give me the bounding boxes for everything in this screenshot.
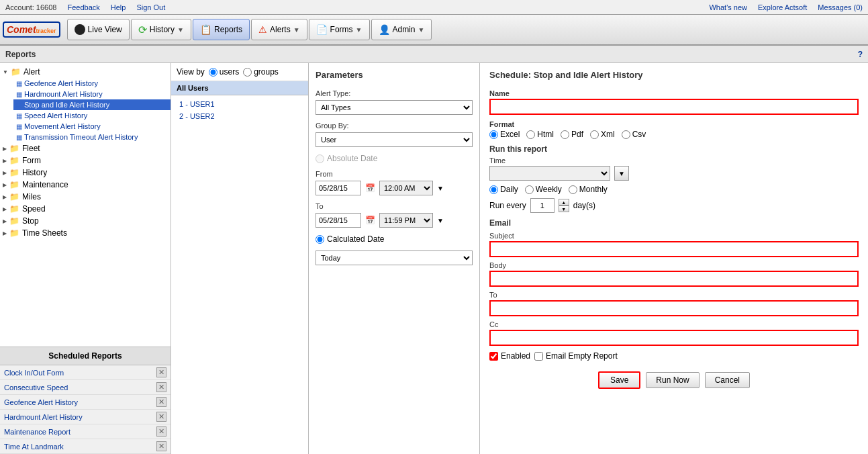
format-csv-option[interactable]: Csv <box>622 130 646 139</box>
history-button[interactable]: ⟳ History ▼ <box>131 19 191 40</box>
time-select[interactable] <box>489 166 610 181</box>
calculated-date-option[interactable]: Calculated Date <box>316 234 473 244</box>
freq-daily-radio[interactable] <box>489 185 498 194</box>
freq-monthly-option[interactable]: Monthly <box>569 185 608 194</box>
tree-item-stopandidle[interactable]: ▦ Stop and Idle Alert History <box>13 99 171 110</box>
messages-link[interactable]: Messages (0) <box>818 3 863 11</box>
scheduled-remove-5[interactable]: ✕ <box>156 426 166 437</box>
scheduled-remove-2[interactable]: ✕ <box>156 382 166 392</box>
user-item-2[interactable]: 2 - USER2 <box>171 110 308 122</box>
cancel-button[interactable]: Cancel <box>705 372 750 388</box>
scheduled-link-3[interactable]: Geofence Alert History <box>4 398 78 406</box>
exploreactsoft-link[interactable]: Explore Actsoft <box>758 3 807 11</box>
scheduled-remove-6[interactable]: ✕ <box>156 441 166 451</box>
geofence-link[interactable]: Geofence Alert History <box>24 79 98 87</box>
tree-item-movement[interactable]: ▦ Movement Alert History <box>13 121 171 132</box>
hardmount-link[interactable]: Hardmount Alert History <box>24 90 103 98</box>
viewby-users-option[interactable]: users <box>209 67 239 77</box>
format-html-option[interactable]: Html <box>526 130 554 139</box>
body-input[interactable] <box>489 271 859 287</box>
tree-item-geofence[interactable]: ▦ Geofence Alert History <box>13 78 171 89</box>
from-time-arrow[interactable]: ▼ <box>437 185 444 192</box>
from-cal-icon[interactable]: 📅 <box>365 183 375 193</box>
format-csv-radio[interactable] <box>622 130 630 139</box>
forms-button[interactable]: 📄 Forms ▼ <box>309 19 370 40</box>
from-date-input[interactable] <box>316 181 361 195</box>
stopandidle-link[interactable]: Stop and Idle Alert History <box>24 101 109 109</box>
tree-folder-fleet[interactable]: ▶ 📁 Fleet <box>0 142 171 154</box>
calculated-date-radio[interactable] <box>316 235 324 244</box>
admin-button[interactable]: 👤 Admin ▼ <box>371 19 432 40</box>
tree-folder-history[interactable]: ▶ 📁 History <box>0 167 171 179</box>
tree-folder-miles[interactable]: ▶ 📁 Miles <box>0 191 171 203</box>
spin-down-button[interactable]: ▼ <box>559 206 569 212</box>
signout-link[interactable]: Sign Out <box>136 3 165 11</box>
group-by-select[interactable]: User <box>316 132 473 147</box>
scheduled-link-4[interactable]: Hardmount Alert History <box>4 413 83 421</box>
from-time-select[interactable]: 12:00 AM <box>379 181 433 195</box>
format-html-radio[interactable] <box>526 130 535 139</box>
tree-folder-stop[interactable]: ▶ 📁 Stop <box>0 215 171 227</box>
tree-item-hardmount[interactable]: ▦ Hardmount Alert History <box>13 89 171 99</box>
spin-up-button[interactable]: ▲ <box>559 199 569 206</box>
scheduled-link-5[interactable]: Maintenance Report <box>4 428 70 436</box>
enabled-checkbox[interactable] <box>489 352 498 361</box>
calculated-date-select[interactable]: Today <box>316 251 473 265</box>
absolute-date-radio[interactable] <box>316 154 324 163</box>
time-dropdown-button[interactable]: ▼ <box>614 166 629 181</box>
format-pdf-radio[interactable] <box>561 130 569 139</box>
scheduled-link-2[interactable]: Consecutive Speed <box>4 383 68 392</box>
format-xml-option[interactable]: Xml <box>590 130 615 139</box>
user-item-1[interactable]: 1 - USER1 <box>171 98 308 110</box>
whatsnew-link[interactable]: What's new <box>709 3 747 11</box>
help-link[interactable]: Help <box>111 3 126 11</box>
freq-weekly-option[interactable]: Weekly <box>525 185 562 194</box>
to-date-input[interactable] <box>316 213 361 228</box>
alert-type-select[interactable]: All Types <box>316 100 473 115</box>
freq-daily-option[interactable]: Daily <box>489 185 518 194</box>
name-input[interactable] <box>489 99 859 115</box>
to-cal-icon[interactable]: 📅 <box>365 216 375 225</box>
movement-link[interactable]: Movement Alert History <box>24 122 101 130</box>
viewby-users-radio[interactable] <box>209 68 218 77</box>
to-time-arrow[interactable]: ▼ <box>437 217 444 224</box>
tree-item-transmission[interactable]: ▦ Transmission Timeout Alert History <box>13 132 171 142</box>
enabled-option[interactable]: Enabled <box>489 351 530 361</box>
alerts-button[interactable]: ⚠ Alerts ▼ <box>251 19 307 40</box>
scheduled-remove-4[interactable]: ✕ <box>156 412 166 422</box>
tree-folder-maintenance[interactable]: ▶ 📁 Maintenance <box>0 179 171 191</box>
save-button[interactable]: Save <box>598 371 640 389</box>
scheduled-remove-1[interactable]: ✕ <box>156 367 166 377</box>
format-excel-radio[interactable] <box>489 130 498 139</box>
format-excel-option[interactable]: Excel <box>489 130 520 139</box>
help-icon[interactable]: ? <box>858 50 863 59</box>
tree-folder-form[interactable]: ▶ 📁 Form <box>0 154 171 167</box>
reports-button[interactable]: 📋 Reports <box>193 19 250 40</box>
scheduled-link-6[interactable]: Time At Landmark <box>4 443 64 451</box>
format-xml-radio[interactable] <box>590 130 599 139</box>
live-view-button[interactable]: Live View <box>67 19 130 40</box>
viewby-groups-option[interactable]: groups <box>243 67 279 77</box>
tree-folder-alert[interactable]: ▼ 📁 Alert <box>0 66 171 78</box>
freq-monthly-radio[interactable] <box>569 185 577 194</box>
tree-folder-speed[interactable]: ▶ 📁 Speed <box>0 203 171 215</box>
email-empty-checkbox[interactable] <box>534 352 543 361</box>
feedback-link[interactable]: Feedback <box>67 3 99 11</box>
subject-input[interactable] <box>489 241 859 257</box>
viewby-groups-radio[interactable] <box>243 68 252 77</box>
email-empty-option[interactable]: Email Empty Report <box>534 351 618 361</box>
scheduled-link-1[interactable]: Clock In/Out Form <box>4 369 64 377</box>
run-every-input[interactable] <box>530 198 554 213</box>
format-pdf-option[interactable]: Pdf <box>561 130 583 139</box>
transmission-link[interactable]: Transmission Timeout Alert History <box>24 133 138 141</box>
cc-input[interactable] <box>489 330 859 346</box>
to-time-select[interactable]: 11:59 PM <box>379 213 433 228</box>
run-now-button[interactable]: Run Now <box>646 372 699 388</box>
tree-folder-timesheets[interactable]: ▶ 📁 Time Sheets <box>0 227 171 239</box>
scheduled-remove-3[interactable]: ✕ <box>156 397 166 407</box>
tree-item-speed[interactable]: ▦ Speed Alert History <box>13 110 171 121</box>
email-to-input[interactable] <box>489 300 859 316</box>
speed-link[interactable]: Speed Alert History <box>24 111 87 120</box>
absolute-date-option[interactable]: Absolute Date <box>316 154 473 163</box>
freq-weekly-radio[interactable] <box>525 185 534 194</box>
